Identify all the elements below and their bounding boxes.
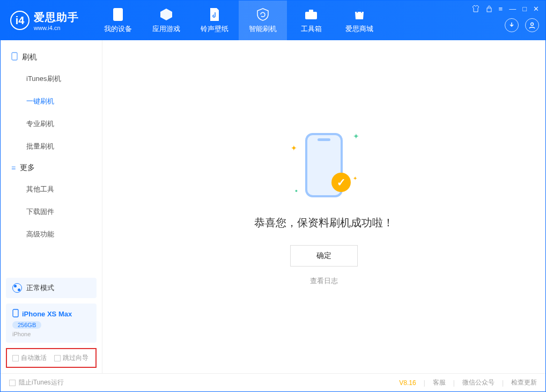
tab-label: 工具箱 [301,24,322,34]
maximize-button[interactable]: □ [522,5,527,14]
sidebar-bottom: 正常模式 iPhone XS Max 256GB iPhone 自动激活 跳过向… [1,272,102,373]
minimize-button[interactable]: — [509,5,516,14]
version-text: V8.16 [399,379,416,387]
titlebar: i4 爱思助手 www.i4.cn 我的设备 应用游戏 铃声壁纸 智能刷机 [1,1,545,40]
sidebar-item-other-tools[interactable]: 其他工具 [1,178,102,201]
sidebar-item-oneclick-flash[interactable]: 一键刷机 [1,90,102,113]
mode-icon [12,283,22,293]
main-content: ✦ ✦ • ✦ ✓ 恭喜您，保资料刷机成功啦！ 确定 查看日志 [102,40,545,373]
svg-rect-0 [113,8,123,21]
tab-my-device[interactable]: 我的设备 [94,1,142,40]
group-label: 更多 [20,163,35,173]
list-icon: ≡ [11,164,16,172]
ok-button[interactable]: 确定 [290,245,358,267]
app-title: 爱思助手 [34,10,79,25]
logo-icon: i4 [10,11,29,30]
menu-icon[interactable]: ≡ [499,5,503,14]
device-name-text: iPhone XS Max [22,310,72,318]
device-type-text: iPhone [12,331,90,337]
sidebar-group-more: ≡ 更多 [1,158,102,178]
checkbox-highlight-row: 自动激活 跳过向导 [6,348,97,368]
tshirt-icon[interactable] [472,5,479,14]
svg-rect-1 [305,12,317,19]
device-storage-badge: 256GB [12,321,41,329]
checkbox-block-itunes[interactable]: 阻止iTunes运行 [9,378,64,387]
success-message: 恭喜您，保资料刷机成功啦！ [254,216,394,230]
cb-label: 跳过向导 [63,353,88,363]
mode-card[interactable]: 正常模式 [6,278,97,298]
checkmark-badge-icon: ✓ [331,173,351,192]
svg-rect-3 [487,8,491,12]
sidebar-item-download-firmware[interactable]: 下载固件 [1,201,102,223]
mode-label: 正常模式 [26,283,54,293]
phone-small-icon [12,309,19,319]
sparkle-icon: ✦ [291,144,297,152]
phone-outline-icon [11,52,18,62]
tab-store[interactable]: 爱思商城 [335,1,383,40]
tab-toolbox[interactable]: 工具箱 [287,1,335,40]
sparkle-icon: • [295,187,298,195]
cb-label: 阻止iTunes运行 [19,378,64,387]
tab-label: 智能刷机 [249,24,277,34]
sidebar-item-itunes-flash[interactable]: iTunes刷机 [1,68,102,90]
svg-rect-5 [12,53,17,60]
view-log-link[interactable]: 查看日志 [310,276,338,286]
checkbox-skip-guide[interactable]: 跳过向导 [54,353,88,363]
status-link-support[interactable]: 客服 [433,378,446,387]
app-subtitle: www.i4.cn [34,25,79,31]
sidebar-group-flash: 刷机 [1,47,102,68]
tab-apps-games[interactable]: 应用游戏 [142,1,190,40]
lock-icon[interactable] [486,5,492,14]
success-illustration: ✦ ✦ • ✦ ✓ [281,128,367,203]
sidebar-item-pro-flash[interactable]: 专业刷机 [1,113,102,135]
status-link-wechat[interactable]: 微信公众号 [462,378,495,387]
body-area: 刷机 iTunes刷机 一键刷机 专业刷机 批量刷机 ≡ 更多 其他工具 下载固… [1,40,545,373]
cb-label: 自动激活 [21,353,47,363]
tab-label: 应用游戏 [152,24,180,34]
svg-rect-2 [309,10,313,12]
bag-icon [352,7,367,22]
user-button[interactable] [525,18,539,32]
app-window: i4 爱思助手 www.i4.cn 我的设备 应用游戏 铃声壁纸 智能刷机 [0,0,546,392]
device-card[interactable]: iPhone XS Max 256GB iPhone [6,304,97,343]
close-button[interactable]: ✕ [533,5,539,14]
device-icon [110,7,126,22]
logo-area: i4 爱思助手 www.i4.cn [1,1,88,40]
sidebar: 刷机 iTunes刷机 一键刷机 专业刷机 批量刷机 ≡ 更多 其他工具 下载固… [1,40,102,373]
svg-rect-6 [13,309,18,317]
window-controls: ≡ — □ ✕ [472,5,539,14]
sparkle-icon: ✦ [353,132,359,140]
user-controls [505,18,539,32]
cube-icon [159,7,174,22]
sidebar-item-advanced[interactable]: 高级功能 [1,223,102,246]
music-file-icon [207,7,222,22]
sparkle-icon: ✦ [353,175,357,181]
tab-smart-flash[interactable]: 智能刷机 [239,1,287,40]
tab-label: 铃声壁纸 [201,24,228,34]
tab-label: 我的设备 [104,24,132,34]
tab-ringtones-wallpapers[interactable]: 铃声壁纸 [190,1,239,40]
svg-point-4 [531,23,534,26]
download-button[interactable] [505,18,519,32]
statusbar: 阻止iTunes运行 V8.16 | 客服 | 微信公众号 | 检查更新 [1,373,545,391]
toolbox-icon [304,7,319,22]
tab-label: 爱思商城 [345,24,373,34]
nav-tabs: 我的设备 应用游戏 铃声壁纸 智能刷机 工具箱 爱思商城 [94,1,383,40]
checkbox-auto-activate[interactable]: 自动激活 [12,353,47,363]
titlebar-right: ≡ — □ ✕ [466,1,545,40]
group-label: 刷机 [22,53,37,62]
status-link-check-update[interactable]: 检查更新 [511,378,537,387]
sidebar-item-batch-flash[interactable]: 批量刷机 [1,135,102,158]
shield-refresh-icon [255,7,270,22]
